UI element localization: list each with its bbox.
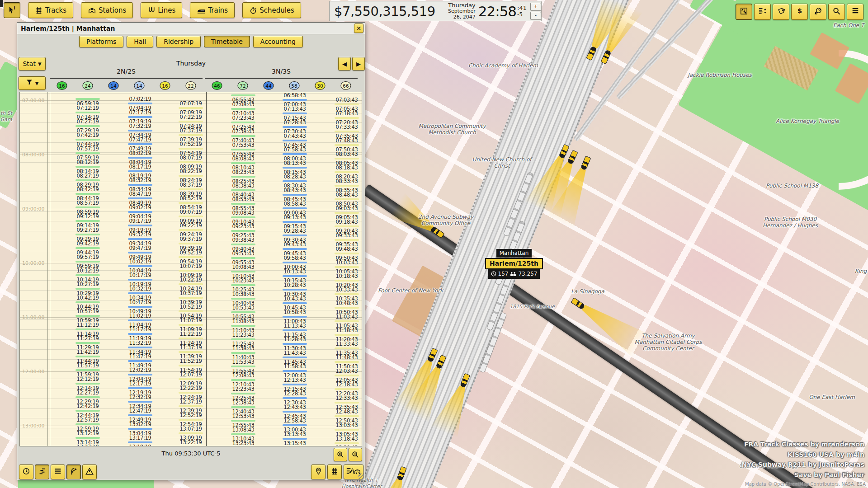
- arrival-time[interactable]: 08:48:43: [334, 192, 359, 198]
- arrival-time[interactable]: 12:07:19: [178, 371, 203, 378]
- line-badge[interactable]: 16: [160, 81, 170, 90]
- arrival-time[interactable]: 07:43:43: [282, 133, 307, 139]
- arrival-time[interactable]: 09:27:19: [75, 227, 100, 233]
- arrival-time[interactable]: 07:42:19: [75, 132, 100, 138]
- arrival-time[interactable]: 09:43:43: [282, 241, 307, 248]
- arrival-time[interactable]: 07:38:43: [231, 128, 256, 135]
- arrival-time[interactable]: 09:12:19: [75, 213, 100, 220]
- arrival-time[interactable]: 12:53:43: [231, 413, 256, 419]
- steam-workshop-button[interactable]: [810, 4, 826, 20]
- arrival-time[interactable]: 12:13:43: [282, 377, 307, 383]
- arrival-time[interactable]: 08:38:43: [231, 183, 256, 189]
- line-badge[interactable]: 44: [264, 81, 274, 90]
- timetable-grid[interactable]: 07:00:0008:00:0009:00:0010:00:0011:00:00…: [19, 92, 362, 446]
- arrival-time[interactable]: 08:22:19: [178, 168, 203, 174]
- arrival-time[interactable]: 11:18:43: [334, 327, 359, 333]
- station-window[interactable]: Harlem/125th | Manhattan ✕ PlatformsHall…: [17, 22, 365, 480]
- arrival-time[interactable]: 11:23:43: [231, 332, 256, 338]
- arrival-time[interactable]: 11:37:19: [178, 344, 203, 351]
- track-switch-button[interactable]: [66, 465, 81, 479]
- arrival-time[interactable]: 09:03:43: [334, 205, 359, 211]
- arrival-time[interactable]: 08:58:43: [282, 201, 307, 207]
- line-badge[interactable]: 30: [315, 81, 326, 90]
- arrival-time[interactable]: 08:33:43: [334, 178, 359, 184]
- arrival-time[interactable]: 09:23:43: [231, 223, 256, 230]
- arrival-time[interactable]: 07:32:19: [127, 123, 153, 129]
- arrival-time[interactable]: 07:02:19: [127, 96, 153, 102]
- arrival-time[interactable]: 11:43:43: [282, 350, 307, 356]
- arrival-time[interactable]: 08:32:19: [127, 177, 153, 183]
- toolbar-stations-button[interactable]: Stations: [81, 2, 133, 18]
- arrival-time[interactable]: 07:27:19: [75, 118, 100, 125]
- arrival-time[interactable]: 11:47:19: [127, 353, 153, 360]
- arrival-time[interactable]: 13:18:43: [334, 436, 359, 442]
- arrival-time[interactable]: 10:37:19: [178, 290, 203, 296]
- arrival-time[interactable]: 12:42:19: [75, 403, 100, 409]
- arrival-time[interactable]: 12:12:19: [75, 376, 100, 382]
- arrival-time[interactable]: 13:22:19: [178, 439, 203, 446]
- arrival-time[interactable]: 09:08:43: [231, 210, 256, 216]
- arrival-time[interactable]: 08:28:43: [282, 174, 307, 180]
- clock-button[interactable]: [19, 465, 33, 479]
- arrival-time[interactable]: 12:22:19: [178, 385, 203, 391]
- finances-button[interactable]: $: [791, 4, 808, 20]
- zoom-out-button[interactable]: [349, 448, 362, 461]
- arrival-time[interactable]: 12:23:43: [231, 386, 256, 392]
- arrival-time[interactable]: 07:08:43: [231, 101, 256, 108]
- arrival-time[interactable]: 12:18:43: [334, 381, 359, 388]
- arrival-time[interactable]: 07:33:43: [334, 124, 359, 130]
- arrival-time[interactable]: 08:17:19: [127, 164, 153, 170]
- arrival-time[interactable]: 11:32:19: [127, 340, 153, 346]
- tags-button[interactable]: [773, 4, 789, 20]
- arrival-time[interactable]: 11:12:19: [75, 322, 100, 328]
- arrival-time[interactable]: 13:13:43: [282, 431, 307, 437]
- arrival-time[interactable]: 07:17:19: [127, 109, 153, 116]
- arrival-time[interactable]: 09:52:19: [178, 249, 203, 256]
- tooltip-station-name[interactable]: Harlem/125th: [485, 258, 543, 269]
- line-badge[interactable]: 22: [186, 81, 196, 90]
- time-speed-down-button[interactable]: -: [530, 12, 541, 20]
- arrival-time[interactable]: 10:43:43: [282, 296, 307, 302]
- arrival-time[interactable]: 12:03:43: [334, 368, 359, 374]
- arrival-time[interactable]: 12:48:43: [334, 408, 359, 415]
- arrival-time[interactable]: 10:23:43: [231, 277, 256, 284]
- tab-timetable[interactable]: Timetable: [204, 36, 250, 47]
- arrival-time[interactable]: 12:37:19: [178, 399, 203, 405]
- arrival-time[interactable]: 11:08:43: [231, 318, 256, 324]
- arrival-time[interactable]: 11:57:19: [75, 362, 100, 369]
- line-badge[interactable]: 24: [83, 81, 93, 90]
- warnings-button[interactable]: [82, 465, 97, 479]
- tab-accounting[interactable]: Accounting: [253, 36, 303, 47]
- arrival-time[interactable]: 08:18:43: [334, 164, 359, 171]
- arrival-time[interactable]: 09:02:19: [127, 204, 153, 211]
- arrival-time[interactable]: 10:12:19: [75, 267, 100, 274]
- arrival-time[interactable]: 12:27:19: [75, 389, 100, 396]
- line-badge[interactable]: 14: [108, 81, 119, 90]
- arrival-time[interactable]: 10:38:43: [231, 291, 256, 297]
- platform-tracks-button[interactable]: [327, 465, 342, 479]
- arrival-time[interactable]: 13:20:43: [334, 445, 359, 446]
- arrival-time[interactable]: 09:22:19: [178, 222, 203, 229]
- arrival-time[interactable]: 12:43:43: [282, 404, 307, 410]
- arrival-time[interactable]: 11:53:43: [231, 359, 256, 365]
- toolbar-schedules-button[interactable]: Schedules: [242, 2, 301, 18]
- arrival-time[interactable]: 09:37:19: [178, 236, 203, 242]
- arrival-time[interactable]: 10:07:19: [178, 263, 203, 269]
- arrival-time[interactable]: 08:53:43: [231, 196, 256, 202]
- arrival-time[interactable]: 09:48:43: [334, 246, 359, 252]
- arrival-time[interactable]: 09:58:43: [282, 255, 307, 261]
- arrival-time[interactable]: 08:12:19: [75, 159, 100, 165]
- arrival-time[interactable]: 09:18:43: [334, 219, 359, 225]
- arrival-time[interactable]: 12:38:43: [231, 399, 256, 406]
- arrival-time[interactable]: 08:37:19: [178, 182, 203, 188]
- arrival-time[interactable]: 09:32:19: [127, 231, 153, 238]
- close-button[interactable]: ✕: [354, 23, 363, 33]
- arrival-time[interactable]: 09:33:43: [334, 232, 359, 239]
- arrival-time[interactable]: 13:03:43: [334, 422, 359, 428]
- arrival-time[interactable]: 11:03:43: [334, 314, 359, 320]
- arrival-time[interactable]: 13:07:19: [178, 426, 203, 432]
- toolbar-select-tool-button[interactable]: i: [4, 2, 20, 18]
- toolbar-tracks-button[interactable]: Tracks: [28, 2, 73, 18]
- arrival-time[interactable]: 11:17:19: [127, 326, 153, 333]
- sort-list-button[interactable]: [754, 4, 771, 20]
